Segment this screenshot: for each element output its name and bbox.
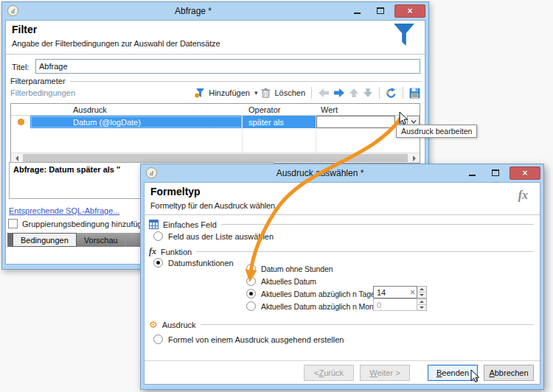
radio-label: Aktuelles Datum abzüglich n Monate [261,302,384,311]
page-title: Filter [12,24,37,35]
filterparameter-label: Filterparameter [10,77,66,85]
radio-datumsfunktionen[interactable]: Datumsfunktionen [153,258,234,267]
fx-icon: fx [518,189,528,202]
radio-label: Feld aus der Liste auswählen [168,232,274,241]
finish-button[interactable]: Beenden [428,365,478,381]
expression-titlebar[interactable]: d Ausdruck auswählen * × [141,164,543,181]
query-window-title: Abfrage * [46,6,340,16]
gear-icon: ⚙ [149,320,158,329]
wizard-button-bar: < Zurück Weiter > Beenden Abbrechen [145,360,540,384]
horizontal-scrollbar[interactable] [11,153,420,163]
save-icon[interactable] [409,88,420,99]
close-button[interactable]: × [394,4,425,18]
minimize-button[interactable] [462,167,481,180]
maximize-button[interactable] [486,167,505,180]
fx-icon: fx [149,246,156,257]
wert-input[interactable] [316,116,395,128]
ausdruck-label: Ausdruck [162,321,196,329]
caret-down-icon[interactable]: ▾ [254,89,258,97]
cancel-button[interactable]: Abbrechen [484,365,534,381]
spin-up-icon[interactable] [417,287,426,293]
radio-datum-abzueglich-tage[interactable]: Aktuelles Datum abzüglich n Tage [246,289,375,298]
days-stepper[interactable]: 14 × [373,286,427,298]
radio-datum-ohne-stunden[interactable]: Datum ohne Stunden [246,264,333,273]
radio-label: Aktuelles Datum abzüglich n Tage [261,290,375,298]
grid-icon [149,220,159,229]
radio-label: Datum ohne Stunden [261,265,333,273]
table-row[interactable]: Datum (@logDate) später als [11,116,420,128]
radio-icon[interactable] [246,276,256,286]
delete-button[interactable]: Löschen [274,88,305,97]
radio-label: Formel von einem Ausdruck ausgehend erst… [168,335,344,344]
spin-down-icon[interactable] [417,305,426,310]
filterbedingungen-label: Filterbedingungen [10,88,75,97]
radio-datum-abzueglich-monate[interactable]: Aktuelles Datum abzüglich n Monate [246,301,384,311]
move-up-icon[interactable] [349,88,359,98]
add-filter-icon [195,88,205,98]
move-down-icon[interactable] [363,88,373,98]
months-stepper[interactable]: 0 [373,298,427,311]
filterparameter-caption: Filterparameter [10,77,422,85]
close-button[interactable]: × [509,167,540,180]
spin-down-icon[interactable] [417,293,426,298]
query-titlebar[interactable]: d Abfrage * × [2,2,428,19]
days-value: 14 [377,288,410,297]
minimize-button[interactable] [347,4,366,18]
table-header: Ausdruck Operator Wert [11,104,420,116]
tab-bedingungen[interactable]: Bedingungen [13,233,77,247]
days-spinner[interactable] [417,286,427,298]
add-button[interactable]: Hinzufügen [209,88,250,97]
conditions-toolbar: Filterbedingungen Hinzufügen ▾ Löschen [10,85,420,100]
col-ausdruck: Ausdruck [30,105,243,114]
scrollbar-thumb[interactable] [23,154,408,162]
radio-icon-checked[interactable] [153,258,163,267]
formeltyp-header: Formeltyp Formeltyp für den Ausdruck wäh… [145,183,540,215]
days-input[interactable]: 14 × [373,286,417,298]
move-right-icon[interactable] [333,88,345,98]
radio-icon[interactable] [246,301,256,311]
trash-icon[interactable] [261,88,271,98]
radio-icon-checked[interactable] [246,289,256,298]
cell-ausdruck[interactable]: Datum (@logDate) [30,116,243,128]
move-left-icon[interactable] [318,88,330,98]
months-spinner[interactable] [417,298,427,311]
radio-aktuelles-datum[interactable]: Aktuelles Datum [246,276,316,286]
grouping-checkbox[interactable] [8,219,18,228]
maximize-button[interactable] [371,4,390,18]
radio-formel-von-ausdruck[interactable]: Formel von einem Ausdruck ausgehend erst… [153,335,344,344]
radio-label: Datumsfunktionen [168,259,234,267]
radio-icon[interactable] [153,335,163,344]
titel-input[interactable] [35,59,420,74]
grouping-checkbox-label: Gruppierungsbedingung hinzufügen [22,220,151,228]
minimize-icon [354,13,361,14]
app-icon: d [146,167,157,178]
back-button: < Zurück [304,365,354,381]
radio-icon[interactable] [246,264,256,273]
months-value: 0 [377,301,415,309]
cell-operator[interactable]: später als [243,116,316,128]
expression-client-area: Formeltyp Formeltyp für den Ausdruck wäh… [144,182,540,385]
next-button: Weiter > [360,365,410,381]
minimize-icon [469,175,476,176]
einfaches-feld-label: Einfaches Feld [163,220,217,229]
tooltip: Ausdruck bearbeiten [396,125,477,138]
einfaches-feld-group: Einfaches Feld [149,220,534,229]
scroll-left-icon [15,155,18,161]
sql-query-link[interactable]: Entsprechende SQL-Abfrage... [9,206,119,215]
refresh-icon[interactable] [386,88,397,99]
spin-up-icon[interactable] [417,299,426,305]
page-subtitle: Angabe der Filterbedingungen zur Auswahl… [12,39,220,48]
tab-vorschau[interactable]: Vorschau [77,233,126,247]
page-subtitle: Formeltyp für den Ausdruck wählen [150,201,275,210]
maximize-icon [492,169,499,176]
page-title: Formeltyp [150,186,201,197]
col-operator: Operator [243,105,316,114]
radio-feld-aus-liste[interactable]: Feld aus der Liste auswählen [153,231,274,241]
radio-icon[interactable] [153,231,163,241]
row-marker-icon [18,119,24,125]
scroll-right-button[interactable] [408,153,420,163]
app-icon: d [7,5,18,16]
funktion-label: Funktion [161,248,192,256]
clear-icon[interactable]: × [410,288,415,297]
expression-window-title: Ausdruck auswählen * [185,168,455,178]
